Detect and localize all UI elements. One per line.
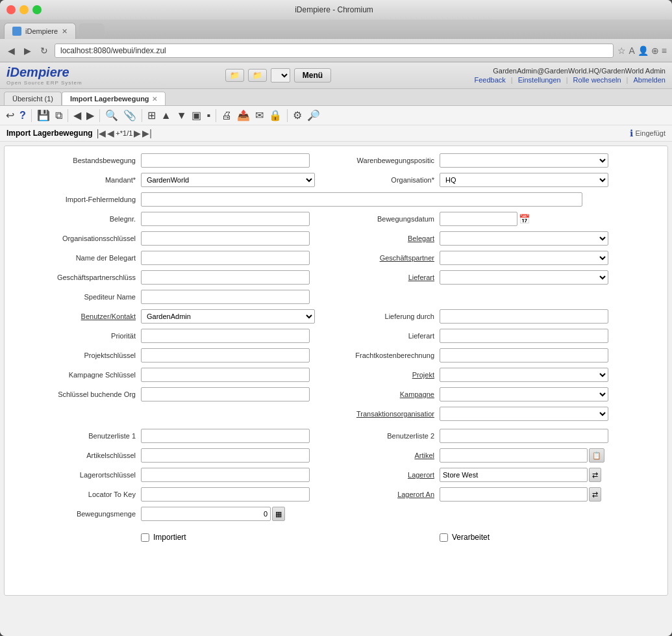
print-button[interactable]: 🖨 (219, 108, 234, 123)
prev-record-button[interactable]: ◀ (71, 108, 83, 123)
artikelschluessel-input[interactable] (141, 448, 310, 463)
find-button[interactable]: 🔍 (103, 108, 120, 123)
record-status-label: Eingefügt (636, 129, 666, 137)
artikel-lookup-button[interactable]: 📋 (589, 448, 604, 463)
bestandsbewegung-input[interactable] (141, 153, 310, 168)
form-button[interactable]: ▣ (190, 108, 203, 123)
lagerort-input[interactable]: Store West (440, 468, 588, 482)
settings-button[interactable]: ⚙ (291, 108, 304, 123)
transaktionsorganisation-select[interactable] (440, 407, 608, 421)
import-fehlermeldung-input[interactable] (141, 192, 582, 207)
zoom-button[interactable]: 🔎 (305, 108, 322, 123)
back-button[interactable]: ◀ (5, 44, 18, 57)
feedback-link[interactable]: Feedback (475, 76, 506, 84)
lieferung-durch-input[interactable] (440, 309, 608, 324)
kampagne-select[interactable] (440, 387, 608, 401)
next-record-button[interactable]: ▶ (84, 108, 96, 123)
quick-button[interactable]: ▪ (205, 108, 212, 123)
belegnr-input[interactable] (141, 212, 310, 226)
importiert-checkbox[interactable] (141, 533, 149, 542)
lagerort-label[interactable]: Lagerort (336, 471, 440, 479)
menu-icon[interactable]: ≡ (662, 45, 667, 56)
lagerort-an-label[interactable]: Lagerort An (336, 490, 440, 498)
bookmark-icon[interactable]: ☆ (617, 45, 626, 56)
benutzerliste1-input[interactable] (141, 429, 310, 443)
belegart-select[interactable] (440, 231, 608, 246)
tab-import-close[interactable]: ✕ (152, 95, 157, 103)
lock-button[interactable]: 🔒 (267, 108, 284, 123)
abmelden-link[interactable]: Abmelden (633, 76, 666, 84)
benutzer-kontakt-select[interactable]: GardenAdmin (141, 309, 315, 324)
extension-icon[interactable]: ⊕ (651, 45, 659, 56)
mandant-select[interactable]: GardenWorld (141, 173, 315, 187)
help-button[interactable]: ? (18, 108, 28, 123)
spediteur-name-input[interactable] (141, 290, 310, 304)
workspace-select[interactable] (271, 68, 290, 83)
name-der-belegart-input[interactable] (141, 251, 310, 265)
projekt-select[interactable] (440, 368, 608, 382)
mail-button[interactable]: ✉ (253, 108, 266, 123)
benutzer-kontakt-label[interactable]: Benutzer/Kontakt (11, 312, 141, 320)
einstellungen-link[interactable]: Einstellungen (518, 76, 561, 84)
schluessel-buchende-org-input[interactable] (141, 387, 310, 401)
first-record-button[interactable]: |◀ (97, 128, 106, 138)
artikel-label[interactable]: Artikel (336, 452, 440, 459)
calendar-button[interactable]: 📅 (519, 214, 530, 224)
projektschluessel-input[interactable] (141, 348, 310, 363)
kampagne-label[interactable]: Kampagne (336, 390, 440, 398)
lieferart2-input[interactable] (440, 329, 608, 343)
tab-overview[interactable]: Übersicht (1) (4, 92, 62, 105)
forward-button[interactable]: ▶ (21, 44, 34, 57)
geschaeftspartner-select[interactable] (440, 251, 608, 265)
lagerortschluessel-input[interactable] (141, 468, 310, 482)
organisationsschluessel-input[interactable] (141, 231, 310, 246)
translate-icon[interactable]: A (628, 45, 634, 56)
geschaeftspartner-label[interactable]: Geschäftspartner (336, 254, 440, 262)
lieferart-select[interactable] (440, 270, 608, 285)
bewegungsdatum-input[interactable] (440, 212, 517, 226)
locator-to-key-input[interactable] (141, 487, 310, 502)
profile-icon[interactable]: 👤 (638, 45, 649, 56)
frachtkostenberechnung-input[interactable] (440, 348, 608, 363)
projekt-label[interactable]: Projekt (336, 371, 440, 379)
last-record-button[interactable]: ▶| (142, 128, 152, 138)
verarbeitet-checkbox[interactable] (440, 533, 448, 542)
refresh-button[interactable]: ↻ (38, 44, 51, 57)
benutzerliste2-input[interactable] (440, 429, 608, 443)
close-button[interactable] (6, 5, 16, 14)
copy-button[interactable]: ⧉ (53, 108, 64, 123)
export-button[interactable]: 📤 (235, 108, 252, 123)
menu-button[interactable]: Menü (294, 68, 331, 83)
prev-nav-button[interactable]: ◀ (107, 128, 114, 138)
rolle-wechseln-link[interactable]: Rolle wechseln (573, 76, 621, 84)
bewegungsmenge-input[interactable]: 0 (141, 507, 271, 521)
tab-import[interactable]: Import Lagerbewegung ✕ (62, 92, 166, 105)
down-button[interactable]: ▼ (175, 108, 189, 123)
save-button[interactable]: 💾 (35, 108, 52, 123)
lagerort-an-lookup-button[interactable]: ⇄ (589, 487, 601, 502)
browser-tab[interactable]: iDempiere ✕ (4, 23, 76, 39)
address-input[interactable] (55, 44, 614, 58)
bewegungsmenge-action-button[interactable]: ▦ (272, 507, 285, 521)
open-folder-button[interactable]: 📁 (225, 69, 244, 82)
grid-button[interactable]: ⊞ (145, 108, 158, 123)
attach-button[interactable]: 📎 (121, 108, 138, 123)
maximize-button[interactable] (32, 5, 42, 14)
transaktionsorganisation-label[interactable]: Transaktionsorganisatior (336, 410, 440, 418)
organisation-select[interactable]: HQ (440, 173, 608, 187)
save-folder-button[interactable]: 📁 (248, 69, 267, 82)
prioritaet-input[interactable] (141, 329, 310, 343)
geschaeftspartnerschluss-input[interactable] (141, 270, 310, 285)
next-nav-button[interactable]: ▶ (134, 128, 141, 138)
lagerort-an-input[interactable] (440, 487, 588, 502)
lagerort-lookup-button[interactable]: ⇄ (589, 468, 601, 482)
kampagne-schluessel-input[interactable] (141, 368, 310, 382)
undo-button[interactable]: ↩ (4, 108, 16, 123)
tab-close-icon[interactable]: ✕ (62, 27, 68, 36)
warenbewegungsposition-select[interactable] (440, 153, 608, 168)
lieferart-label[interactable]: Lieferart (336, 273, 440, 281)
up-button[interactable]: ▲ (159, 108, 173, 123)
minimize-button[interactable] (19, 5, 29, 14)
belegart-label[interactable]: Belegart (336, 235, 440, 242)
artikel-input[interactable] (440, 448, 588, 463)
